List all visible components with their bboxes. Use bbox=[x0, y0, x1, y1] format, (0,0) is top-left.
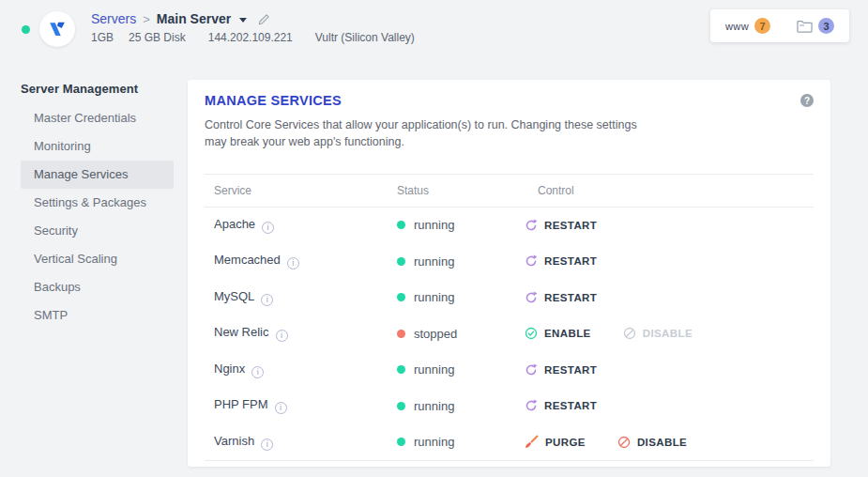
restart-button[interactable]: RESTART bbox=[525, 363, 597, 377]
sidebar: Server Management Master Credentials Mon… bbox=[0, 58, 188, 330]
info-icon[interactable]: i bbox=[287, 257, 299, 269]
status-label: running bbox=[414, 218, 454, 232]
projects-count-badge: 3 bbox=[818, 18, 834, 34]
projects-counter[interactable]: 3 bbox=[797, 18, 834, 34]
page-title: MANAGE SERVICES bbox=[205, 93, 342, 108]
service-name: New Relic bbox=[214, 325, 269, 339]
server-meta: 1GB 25 GB Disk 144.202.109.221 Vultr (Si… bbox=[91, 31, 437, 44]
main-layout: Server Management Master Credentials Mon… bbox=[0, 58, 868, 467]
server-header: Servers > Main Server 1GB 25 GB Disk 144… bbox=[91, 9, 437, 44]
restart-icon bbox=[525, 254, 538, 268]
status-dot bbox=[397, 293, 405, 301]
service-name: Varnish bbox=[214, 434, 254, 448]
table-header: Service Status Control bbox=[205, 174, 814, 208]
applications-counter[interactable]: www 7 bbox=[725, 18, 770, 34]
check-circle-icon bbox=[525, 327, 538, 340]
server-ip: 144.202.109.221 bbox=[208, 31, 293, 44]
server-disk: 25 GB Disk bbox=[129, 31, 186, 44]
chevron-down-icon[interactable] bbox=[239, 18, 247, 23]
www-label: www bbox=[725, 21, 749, 32]
sidebar-item-vertical-scaling[interactable]: Vertical Scaling bbox=[21, 245, 174, 273]
table-row-php-fpm: PHP FPMi running RESTART bbox=[205, 388, 814, 424]
panel-description: Control Core Services that allow your ap… bbox=[205, 117, 653, 151]
enable-button[interactable]: ENABLE bbox=[525, 327, 591, 340]
sidebar-item-smtp[interactable]: SMTP bbox=[21, 301, 174, 330]
table-row-mysql: MySQLi running RESTART bbox=[205, 280, 814, 316]
server-provider-location: Vultr (Silicon Valley) bbox=[315, 31, 415, 44]
status-dot bbox=[397, 438, 405, 446]
disable-button[interactable]: DISABLE bbox=[617, 436, 687, 449]
column-header-service: Service bbox=[214, 184, 397, 197]
service-name: PHP FPM bbox=[214, 397, 268, 411]
vultr-logo-icon bbox=[47, 19, 68, 39]
sidebar-nav: Master Credentials Monitoring Manage Ser… bbox=[21, 104, 174, 330]
breadcrumb-servers-link[interactable]: Servers bbox=[91, 11, 136, 26]
edit-server-name-button[interactable] bbox=[258, 13, 270, 25]
status-dot bbox=[397, 365, 405, 374]
restart-button[interactable]: RESTART bbox=[525, 254, 597, 268]
header-counters: www 7 3 bbox=[710, 9, 849, 42]
service-name: MySQL bbox=[214, 289, 254, 303]
status-label: stopped bbox=[414, 327, 457, 341]
sidebar-item-manage-services[interactable]: Manage Services bbox=[21, 161, 174, 189]
server-ram: 1GB bbox=[91, 31, 114, 44]
status-dot bbox=[397, 221, 405, 229]
status-dot bbox=[397, 257, 405, 266]
sidebar-heading: Server Management bbox=[21, 82, 174, 96]
sidebar-item-master-credentials[interactable]: Master Credentials bbox=[21, 104, 174, 132]
info-icon[interactable]: i bbox=[261, 294, 273, 306]
app-root: Servers > Main Server 1GB 25 GB Disk 144… bbox=[0, 0, 868, 477]
breadcrumb: Servers > Main Server bbox=[91, 9, 437, 28]
status-label: running bbox=[414, 290, 454, 304]
slash-circle-icon bbox=[623, 327, 636, 340]
table-row-varnish: Varnishi running PURGE bbox=[205, 424, 814, 461]
info-icon[interactable]: i bbox=[261, 439, 273, 451]
restart-button[interactable]: RESTART bbox=[525, 291, 597, 304]
applications-count-badge: 7 bbox=[754, 18, 770, 34]
table-row-memcached: Memcachedi running RESTART bbox=[205, 243, 814, 280]
restart-icon bbox=[525, 399, 538, 412]
disable-button-disabled: DISABLE bbox=[623, 327, 693, 340]
restart-button[interactable]: RESTART bbox=[525, 399, 597, 412]
pencil-icon bbox=[258, 13, 270, 25]
help-icon[interactable]: ? bbox=[800, 94, 814, 107]
info-icon[interactable]: i bbox=[251, 366, 264, 378]
info-icon[interactable]: i bbox=[275, 402, 287, 414]
table-row-nginx: Nginxi running RESTART bbox=[205, 352, 814, 389]
info-icon[interactable]: i bbox=[276, 330, 288, 342]
restart-button[interactable]: RESTART bbox=[525, 219, 597, 232]
service-name: Apache bbox=[214, 217, 255, 231]
status-label: running bbox=[414, 254, 454, 269]
server-online-dot bbox=[22, 25, 30, 34]
column-header-control: Control bbox=[538, 184, 814, 197]
provider-logo bbox=[39, 11, 75, 47]
sidebar-item-monitoring[interactable]: Monitoring bbox=[21, 132, 174, 161]
table-row-apache: Apachei running RESTART bbox=[205, 208, 814, 244]
status-label: running bbox=[414, 362, 454, 377]
breadcrumb-separator: > bbox=[143, 12, 150, 26]
sidebar-item-settings-packages[interactable]: Settings & Packages bbox=[21, 189, 174, 217]
sidebar-item-backups[interactable]: Backups bbox=[21, 273, 174, 301]
service-name: Memcached bbox=[214, 253, 281, 267]
status-dot bbox=[397, 330, 405, 338]
restart-icon bbox=[525, 291, 538, 304]
service-name: Nginx bbox=[214, 362, 245, 376]
server-name[interactable]: Main Server bbox=[157, 11, 231, 26]
purge-brush-icon bbox=[525, 435, 539, 449]
manage-services-panel: MANAGE SERVICES ? Control Core Services … bbox=[188, 80, 830, 467]
restart-icon bbox=[525, 363, 538, 377]
status-label: running bbox=[414, 399, 454, 413]
slash-circle-icon bbox=[617, 436, 631, 449]
sidebar-item-security[interactable]: Security bbox=[21, 217, 174, 245]
services-table: Service Status Control Apachei running bbox=[205, 174, 814, 462]
status-label: running bbox=[414, 435, 454, 449]
restart-icon bbox=[525, 219, 538, 232]
purge-button[interactable]: PURGE bbox=[525, 435, 586, 449]
info-icon[interactable]: i bbox=[262, 222, 274, 234]
table-row-new-relic: New Relici stopped ENABLE bbox=[205, 315, 814, 352]
folder-icon bbox=[797, 20, 813, 33]
top-bar: Servers > Main Server 1GB 25 GB Disk 144… bbox=[0, 0, 868, 58]
column-header-status: Status bbox=[397, 184, 538, 197]
status-dot bbox=[397, 402, 405, 410]
